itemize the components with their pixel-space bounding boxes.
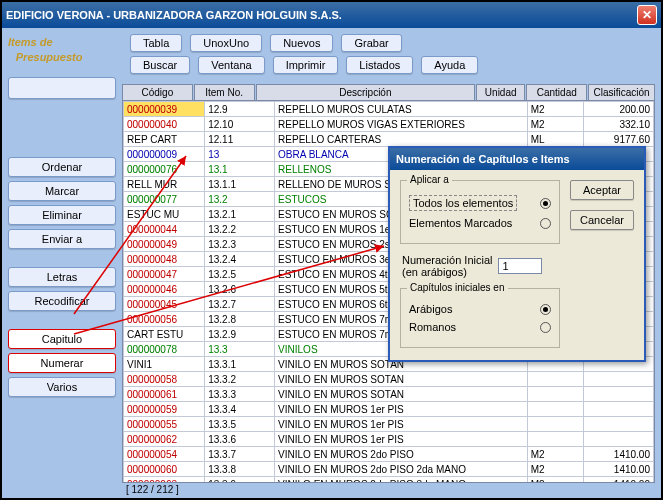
col-desc[interactable]: Descripción [256,84,476,100]
table-row[interactable]: 00000005513.3.5VINILO EN MUROS 1er PIS [124,417,654,432]
table-row[interactable]: 00000006313.3.9VINILO EN MUROS 2do PISO … [124,477,654,484]
sidebar-ordenar[interactable]: Ordenar [8,157,116,177]
sidebar-varios[interactable]: Varios [8,377,116,397]
titlebar: EDIFICIO VERONA - URBANIZADORA GARZON HO… [2,2,661,28]
toolbar-grabar[interactable]: Grabar [341,34,401,52]
numeration-dialog: Numeración de Capítulos e Items Aplicar … [388,146,646,362]
apply-to-group: Aplicar a Todos los elementos Elementos … [400,180,560,244]
chapters-group: Capítulos iniciales en Arábigos Romanos [400,288,560,348]
toolbar-nuevos[interactable]: Nuevos [270,34,333,52]
table-row[interactable]: 00000006113.3.3VINILO EN MUROS SOTAN [124,387,654,402]
radio-arabic[interactable] [540,304,551,315]
table-row[interactable]: 00000004012.10REPELLO MUROS VIGAS EXTERI… [124,117,654,132]
accept-button[interactable]: Aceptar [570,180,634,200]
table-row[interactable]: 00000006013.3.8VINILO EN MUROS 2do PISO … [124,462,654,477]
col-unit[interactable]: Unidad [476,84,525,100]
col-item[interactable]: Item No. [194,84,255,100]
sidebar-letras[interactable]: Letras [8,267,116,287]
table-row[interactable]: 00000005413.3.7VINILO EN MUROS 2do PISOM… [124,447,654,462]
status-bar: [ 122 / 212 ] [122,483,655,496]
page-title: Items de Presupuesto [8,34,116,65]
app-window: EDIFICIO VERONA - URBANIZADORA GARZON HO… [0,0,663,500]
sidebar-eliminar[interactable]: Eliminar [8,205,116,225]
close-icon[interactable]: ✕ [637,5,657,25]
cancel-button[interactable]: Cancelar [570,210,634,230]
initial-number-label: Numeración Inicial(en arábigos) [402,254,492,278]
toolbar-unoxuno[interactable]: UnoxUno [190,34,262,52]
radio-marked[interactable] [540,218,551,229]
table-row[interactable]: 00000006213.3.6VINILO EN MUROS 1er PIS [124,432,654,447]
opt-arabic[interactable]: Arábigos [409,303,452,315]
initial-number-input[interactable] [498,258,542,274]
col-class[interactable]: Clasificación [588,84,655,100]
column-headers: CódigoItem No.DescripciónUnidadCantidadC… [122,84,655,100]
toolbar-buscar[interactable]: Buscar [130,56,190,74]
table-row[interactable]: REP CART12.11REPELLO CARTERASML9177.60 [124,132,654,147]
toolbar-tabla[interactable]: Tabla [130,34,182,52]
sidebar-recodificar[interactable]: Recodificar [8,291,116,311]
toolbar-ayuda[interactable]: Ayuda [421,56,478,74]
toolbar-row-1: TablaUnoxUnoNuevosGrabar [122,34,655,52]
sidebar-capitulo[interactable]: Capitulo [8,329,116,349]
table-row[interactable]: 00000005813.3.2VINILO EN MUROS SOTAN [124,372,654,387]
sidebar-blank[interactable] [8,77,116,99]
window-title: EDIFICIO VERONA - URBANIZADORA GARZON HO… [6,9,342,21]
opt-all-elements[interactable]: Todos los elementos [409,195,517,211]
sidebar-numerar[interactable]: Numerar [8,353,116,373]
dialog-title: Numeración de Capítulos e Items [390,148,644,170]
toolbar-listados[interactable]: Listados [346,56,413,74]
table-row[interactable]: 00000005913.3.4VINILO EN MUROS 1er PIS [124,402,654,417]
toolbar-imprimir[interactable]: Imprimir [273,56,339,74]
toolbar-ventana[interactable]: Ventana [198,56,264,74]
sidebar: Items de Presupuesto OrdenarMarcarElimin… [2,28,122,498]
opt-marked-elements[interactable]: Elementos Marcados [409,217,512,229]
radio-all[interactable] [540,198,551,209]
opt-roman[interactable]: Romanos [409,321,456,333]
col-qty[interactable]: Cantidad [526,84,587,100]
sidebar-enviar a[interactable]: Enviar a [8,229,116,249]
toolbar-row-2: BuscarVentanaImprimirListadosAyuda [122,56,655,74]
radio-roman[interactable] [540,322,551,333]
sidebar-marcar[interactable]: Marcar [8,181,116,201]
table-row[interactable]: 00000003912.9REPELLO MUROS CULATASM2200.… [124,102,654,117]
col-code[interactable]: Código [122,84,193,100]
